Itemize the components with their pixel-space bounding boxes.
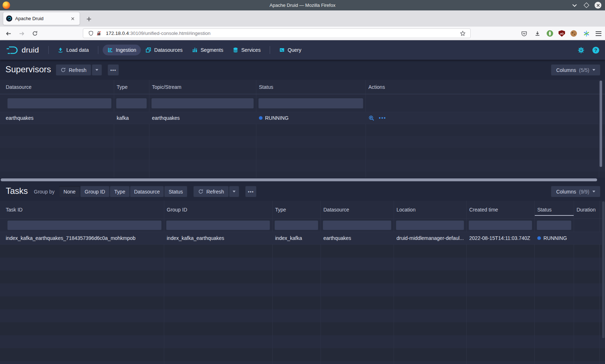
chevron-down-icon — [233, 191, 236, 192]
cell-duration — [574, 232, 599, 244]
url-toolbar: 172.18.0.4:30109/unified-console.html#in… — [0, 27, 605, 40]
brand-name: druid — [22, 46, 39, 54]
nav-ingestion[interactable]: Ingestion — [103, 45, 141, 55]
supervisors-more-button[interactable] — [108, 64, 119, 76]
chevron-down-icon — [592, 69, 595, 71]
tracking-shield-icon[interactable] — [87, 29, 95, 37]
column-header-status[interactable]: Status — [256, 80, 366, 94]
bookmark-star-icon[interactable] — [459, 29, 467, 37]
new-tab-icon[interactable] — [85, 15, 93, 23]
cell-actions — [366, 112, 605, 124]
empty-rows — [0, 124, 605, 178]
settings-gear-icon[interactable] — [577, 46, 585, 54]
column-header-task-id[interactable]: Task ID — [0, 201, 164, 218]
extension-green-icon[interactable] — [547, 30, 553, 37]
pocket-icon[interactable] — [520, 29, 528, 37]
row-actions-more-icon[interactable] — [379, 115, 386, 121]
columns-count: (5/5) — [579, 67, 590, 73]
tasks-table: Task ID Group ID Type Datasource Locatio… — [0, 201, 605, 364]
supervisor-row[interactable]: earthquakes kafka earthquakes RUNNING — [0, 112, 605, 124]
supervisors-horizontal-scrollbar[interactable] — [1, 178, 597, 181]
druid-logo-icon — [6, 45, 19, 55]
datasource-filter-input[interactable] — [323, 220, 391, 230]
group-by-label: Group by — [34, 189, 55, 195]
nav-label: Datasources — [154, 47, 183, 53]
created-time-filter-input[interactable] — [469, 220, 532, 230]
group-id-filter-input[interactable] — [166, 220, 270, 230]
status-filter-input[interactable] — [258, 98, 363, 109]
maximize-icon[interactable] — [584, 3, 590, 8]
group-by-type-button[interactable]: Type — [110, 186, 130, 197]
datasource-filter-input[interactable] — [7, 98, 112, 109]
nav-divider — [270, 46, 270, 54]
topic-stream-filter-input[interactable] — [151, 98, 254, 109]
column-header-group-id[interactable]: Group ID — [164, 201, 272, 218]
segment-label: Status — [169, 189, 183, 195]
task-id-filter-input[interactable] — [7, 220, 162, 230]
ublock-origin-icon[interactable]: uO — [559, 30, 565, 37]
location-filter-input[interactable] — [396, 220, 464, 230]
status-filter-input[interactable] — [537, 220, 572, 230]
downloads-icon[interactable] — [533, 29, 541, 37]
reload-icon[interactable] — [31, 29, 39, 37]
insecure-lock-icon[interactable] — [95, 29, 103, 37]
cell-group-id: index_kafka_earthquakes — [164, 232, 272, 244]
group-by-none-button[interactable]: None — [59, 186, 80, 197]
group-by-status-button[interactable]: Status — [164, 186, 187, 197]
cell-status: RUNNING — [256, 112, 366, 124]
type-filter-input[interactable] — [116, 98, 147, 109]
columns-label: Columns — [556, 189, 576, 195]
back-icon[interactable] — [4, 29, 12, 37]
nav-datasources[interactable]: Datasources — [141, 45, 187, 55]
column-header-type[interactable]: Type — [272, 201, 321, 218]
refresh-icon — [198, 189, 203, 194]
tasks-refresh-dropdown-button[interactable] — [229, 186, 239, 197]
extension-asterisk-icon[interactable] — [582, 29, 590, 37]
tasks-filter-row — [0, 219, 605, 232]
nav-services[interactable]: Services — [228, 45, 265, 55]
column-header-duration[interactable]: Duration — [574, 201, 599, 218]
column-header-location[interactable]: Location — [394, 201, 466, 218]
supervisors-refresh-dropdown-button[interactable] — [92, 64, 102, 76]
tasks-refresh-button[interactable]: Refresh — [193, 186, 229, 197]
column-header-topic-stream[interactable]: Topic/Stream — [149, 80, 256, 94]
services-icon — [233, 47, 238, 53]
status-sort-indicator — [535, 215, 574, 216]
group-by-group-id-button[interactable]: Group ID — [80, 186, 109, 197]
column-header-datasource[interactable]: Datasource — [0, 80, 114, 94]
browser-tab[interactable]: Apache Druid — [3, 12, 80, 25]
druid-logo[interactable]: druid — [6, 45, 39, 55]
column-header-type[interactable]: Type — [114, 80, 149, 94]
tasks-more-button[interactable] — [245, 186, 256, 197]
nav-label: Query — [288, 47, 301, 53]
nav-label: Ingestion — [116, 47, 136, 53]
minimize-icon[interactable] — [570, 1, 578, 9]
column-header-created-time[interactable]: Created time — [466, 201, 534, 218]
cell-type: kafka — [114, 112, 149, 124]
forward-icon[interactable] — [18, 29, 26, 37]
supervisors-columns-button[interactable]: Columns (5/5) — [551, 64, 600, 76]
more-icon — [110, 67, 116, 73]
tasks-columns-button[interactable]: Columns (9/9) — [551, 186, 600, 197]
help-icon[interactable] — [592, 47, 599, 54]
menu-hamburger-icon[interactable] — [596, 31, 601, 36]
close-tab-icon[interactable] — [69, 15, 77, 23]
task-row[interactable]: index_kafka_earthquakes_7184357396d6c0a_… — [0, 232, 605, 245]
supervisors-refresh-button[interactable]: Refresh — [56, 64, 91, 76]
address-bar[interactable]: 172.18.0.4:30109/unified-console.html#in… — [83, 28, 471, 38]
nav-query[interactable]: Query — [274, 45, 306, 55]
column-header-datasource[interactable]: Datasource — [321, 201, 394, 218]
tasks-header-row: Task ID Group ID Type Datasource Locatio… — [0, 201, 605, 219]
supervisors-filter-row — [0, 94, 605, 112]
inspect-payload-icon[interactable] — [368, 115, 375, 121]
supervisors-vertical-scrollbar[interactable] — [600, 81, 602, 167]
close-window-icon[interactable] — [595, 2, 601, 9]
nav-load-data[interactable]: Load data — [53, 45, 93, 55]
group-by-datasource-button[interactable]: Datasource — [130, 186, 164, 197]
tasks-vertical-scrollbar[interactable] — [602, 201, 605, 338]
nav-segments[interactable]: Segments — [187, 45, 228, 55]
empty-rows — [0, 245, 605, 364]
type-filter-input[interactable] — [274, 220, 318, 230]
cookie-extension-icon[interactable] — [570, 30, 577, 37]
cell-created-time: 2022-08-15T14:11:03.740Z — [466, 232, 534, 244]
